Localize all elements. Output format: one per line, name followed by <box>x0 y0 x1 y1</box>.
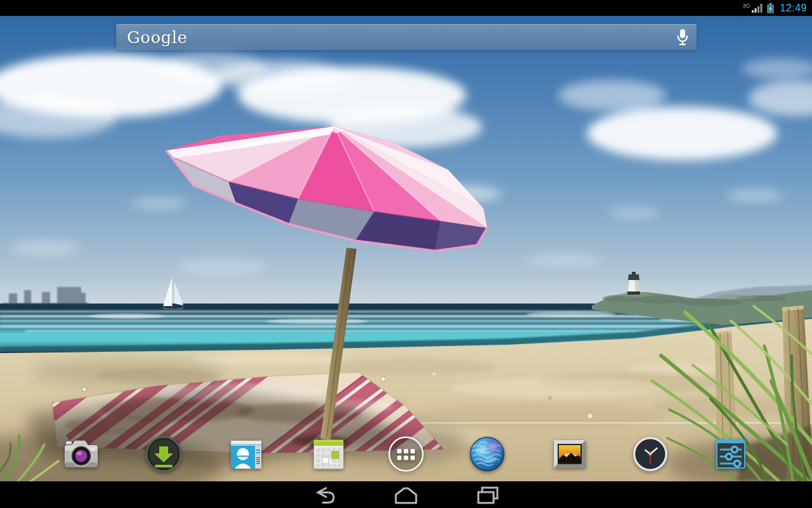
microphone-icon <box>676 29 689 46</box>
back-icon <box>313 486 336 504</box>
dock-icon-downloads[interactable] <box>144 434 183 474</box>
android-home-screen: 3G 12:49 Google <box>0 0 812 508</box>
camera-icon <box>62 434 101 474</box>
home-button[interactable] <box>391 485 421 505</box>
google-logo: Google <box>127 28 187 47</box>
calendar-icon <box>309 434 348 474</box>
beach-wallpaper <box>0 16 812 481</box>
downloads-icon <box>144 434 183 474</box>
dock-icon-people[interactable] <box>226 434 266 474</box>
dock-icon-gallery[interactable] <box>550 434 589 474</box>
network-type-label: 3G <box>742 3 750 9</box>
dock-icon-all-apps[interactable] <box>386 434 426 474</box>
people-icon <box>226 434 266 474</box>
recents-icon <box>476 486 499 504</box>
settings-tuner-icon <box>711 434 750 474</box>
navigation-bar <box>0 481 812 508</box>
gallery-icon <box>550 434 589 474</box>
back-button[interactable] <box>309 485 339 505</box>
recents-button[interactable] <box>473 485 503 505</box>
status-bar: 3G 12:49 <box>0 0 812 16</box>
dock-icon-camera[interactable] <box>62 434 101 474</box>
signal-strength-icon <box>752 3 763 13</box>
dock-icon-settings-tuner[interactable] <box>711 434 750 474</box>
battery-charging-icon <box>767 3 774 13</box>
all-apps-icon <box>386 434 426 474</box>
lighthouse <box>627 272 640 295</box>
dock-icon-clock[interactable] <box>631 434 670 474</box>
dock-icon-calendar[interactable] <box>309 434 348 474</box>
browser-icon <box>468 434 507 474</box>
dock-icon-browser[interactable] <box>468 434 507 474</box>
clock-icon <box>631 434 670 474</box>
voice-search-button[interactable] <box>669 24 697 50</box>
status-clock: 12:49 <box>780 3 807 14</box>
home-icon <box>393 486 419 504</box>
google-search-bar[interactable]: Google <box>116 24 697 50</box>
